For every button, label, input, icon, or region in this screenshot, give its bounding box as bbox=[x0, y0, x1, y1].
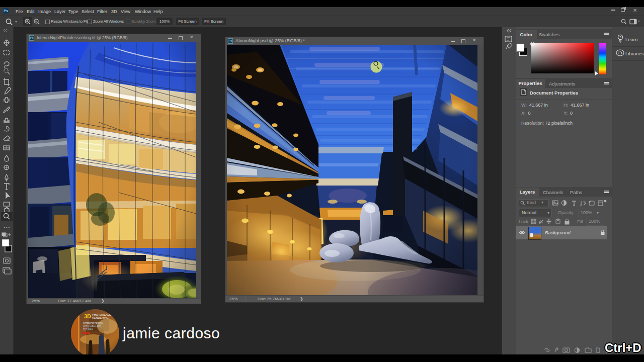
svg-text:3D: 3D bbox=[84, 313, 91, 319]
svg-text:3DS MAX: 3DS MAX bbox=[83, 328, 93, 331]
svg-text:WITH V-RAY AND: WITH V-RAY AND bbox=[83, 325, 102, 328]
svg-text:INTERIOR DESIGN: INTERIOR DESIGN bbox=[83, 322, 103, 325]
svg-text:RENDERING: RENDERING bbox=[92, 316, 109, 319]
